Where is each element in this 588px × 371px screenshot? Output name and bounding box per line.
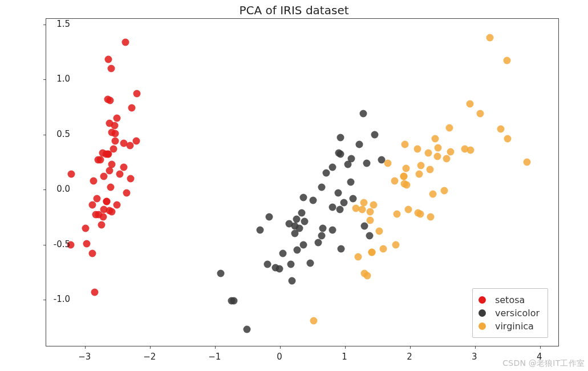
data-point bbox=[354, 253, 362, 260]
data-point bbox=[367, 208, 374, 215]
data-point bbox=[107, 64, 115, 72]
data-point bbox=[400, 180, 408, 188]
data-point bbox=[306, 260, 314, 267]
data-point bbox=[477, 110, 484, 117]
data-point bbox=[300, 241, 307, 248]
data-point bbox=[300, 193, 307, 201]
data-point bbox=[133, 90, 141, 98]
legend-item-versicolor: versicolor bbox=[478, 307, 540, 320]
data-point bbox=[104, 95, 112, 103]
data-point bbox=[293, 216, 300, 223]
data-point bbox=[432, 135, 439, 143]
data-point bbox=[88, 201, 96, 209]
data-point bbox=[230, 297, 238, 304]
data-point bbox=[392, 241, 399, 248]
x-tick-label: 0 bbox=[277, 352, 282, 362]
legend-item-setosa: setosa bbox=[478, 293, 540, 307]
y-tick-label: -0.5 bbox=[36, 239, 70, 249]
data-point bbox=[401, 140, 408, 148]
data-point bbox=[217, 269, 225, 277]
data-point bbox=[427, 213, 435, 221]
data-point bbox=[315, 239, 322, 246]
data-point bbox=[108, 160, 116, 168]
legend-dot-setosa bbox=[478, 296, 486, 304]
data-point bbox=[384, 159, 392, 167]
data-point bbox=[391, 177, 398, 184]
data-point bbox=[105, 151, 112, 158]
data-point bbox=[68, 171, 75, 178]
data-point bbox=[296, 224, 303, 232]
data-point bbox=[323, 170, 330, 177]
data-point bbox=[347, 178, 355, 186]
legend-label-versicolor: versicolor bbox=[495, 308, 540, 318]
legend: setosa versicolor virginica bbox=[472, 288, 548, 338]
data-point bbox=[287, 261, 295, 268]
data-point bbox=[286, 220, 293, 227]
x-tick-label: 2 bbox=[407, 352, 412, 362]
data-point bbox=[103, 198, 110, 205]
data-point bbox=[360, 199, 368, 207]
data-point bbox=[352, 204, 360, 212]
data-point bbox=[107, 184, 114, 191]
data-point bbox=[417, 162, 425, 169]
data-point bbox=[363, 159, 370, 167]
data-point bbox=[356, 140, 363, 148]
data-point bbox=[446, 124, 453, 132]
data-point bbox=[427, 166, 434, 174]
data-point bbox=[120, 164, 127, 171]
data-point bbox=[128, 104, 136, 112]
data-point bbox=[466, 100, 473, 107]
data-point bbox=[298, 209, 305, 216]
data-point bbox=[336, 205, 343, 213]
data-point bbox=[293, 247, 301, 254]
data-point bbox=[91, 288, 99, 296]
data-point bbox=[127, 175, 135, 182]
data-point bbox=[288, 277, 295, 285]
data-point bbox=[361, 269, 368, 277]
data-point bbox=[116, 171, 123, 178]
data-point bbox=[329, 164, 336, 171]
data-point bbox=[394, 210, 401, 217]
data-point bbox=[338, 245, 345, 253]
data-point bbox=[366, 232, 374, 240]
data-point bbox=[443, 155, 450, 163]
data-point bbox=[371, 131, 379, 138]
data-point bbox=[126, 142, 133, 149]
data-point bbox=[96, 156, 104, 163]
data-point bbox=[413, 145, 421, 152]
data-point bbox=[441, 187, 448, 195]
data-point bbox=[123, 189, 131, 196]
chart-figure: PCA of IRIS dataset setosa versicolor vi… bbox=[0, 0, 588, 371]
data-point bbox=[100, 213, 107, 221]
data-point bbox=[133, 138, 140, 145]
data-point bbox=[370, 201, 378, 209]
data-point bbox=[92, 211, 99, 219]
x-tick-label: 4 bbox=[537, 352, 542, 362]
data-point bbox=[461, 145, 468, 152]
data-point bbox=[111, 130, 119, 137]
data-point bbox=[503, 57, 510, 64]
data-point bbox=[318, 184, 326, 191]
data-point bbox=[404, 205, 412, 213]
data-point bbox=[415, 171, 423, 178]
data-point bbox=[367, 217, 374, 224]
data-point bbox=[361, 222, 368, 229]
legend-label-virginica: virginica bbox=[495, 321, 534, 332]
data-point bbox=[265, 213, 273, 221]
data-point bbox=[504, 135, 511, 143]
data-point bbox=[83, 240, 90, 247]
data-point bbox=[376, 228, 383, 235]
data-point bbox=[486, 34, 494, 41]
legend-dot-versicolor bbox=[478, 309, 486, 317]
data-point bbox=[310, 197, 317, 204]
data-point bbox=[400, 172, 407, 180]
data-point bbox=[256, 227, 263, 234]
data-point bbox=[380, 245, 387, 253]
data-point bbox=[120, 140, 127, 147]
legend-item-virginica: virginica bbox=[478, 320, 540, 333]
data-point bbox=[334, 189, 342, 196]
data-point bbox=[310, 317, 318, 324]
data-point bbox=[121, 38, 129, 46]
data-point bbox=[417, 210, 424, 217]
data-point bbox=[329, 203, 336, 211]
